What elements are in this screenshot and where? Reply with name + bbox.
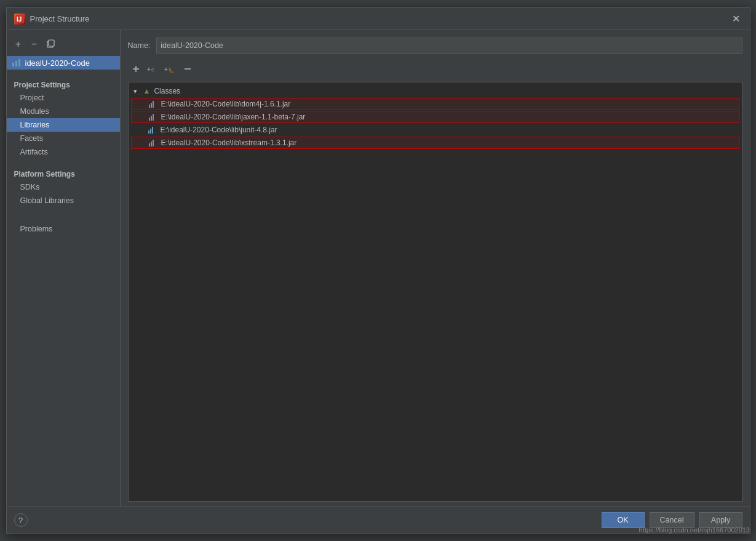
close-button[interactable]: ✕ (730, 13, 742, 25)
name-label: Name: (128, 41, 151, 50)
project-settings-header: Project Settings (7, 77, 120, 91)
bottom-left: ? (14, 513, 28, 527)
jar-icon (146, 126, 156, 134)
svg-rect-3 (49, 40, 54, 46)
tree-row[interactable]: E:\idealU-2020-Code\lib\junit-4.8.jar (129, 124, 742, 136)
classes-label: Classes (154, 87, 180, 95)
jar-icon (146, 100, 156, 108)
name-input[interactable] (156, 38, 742, 54)
jar-path-jaxen: E:\idealU-2020-Code\lib\jaxen-1.1-beta-7… (161, 113, 306, 121)
sidebar-toolbar: + − (7, 35, 120, 56)
app-icon: IJ (14, 14, 25, 25)
bottom-bar: ? OK Cancel Apply (7, 507, 750, 533)
svg-text:+: + (164, 66, 168, 73)
tree-row[interactable]: E:\idealU-2020-Code\lib\xstream-1.3.1.ja… (131, 137, 739, 149)
tree-root: ▾ ▲ Classes (129, 85, 742, 97)
ok-button[interactable]: OK (602, 512, 645, 528)
sidebar-remove-button[interactable]: − (28, 38, 41, 51)
sidebar: + − idealU-2020-Code (7, 30, 121, 507)
up-arrow-icon: ▲ (143, 87, 151, 95)
main-panel: Name: + c (121, 30, 750, 507)
tree-area[interactable]: ▾ ▲ Classes E:\idealU-2020-Code\lib\dom4… (128, 82, 742, 502)
sidebar-item-sdks[interactable]: SDKs (7, 180, 120, 194)
watermark: https://blog.csdn.net/mjh1667002013 (639, 526, 750, 534)
add-sources-button[interactable]: + s (162, 61, 178, 77)
svg-text:IJ: IJ (17, 16, 22, 23)
sidebar-item-artifacts[interactable]: Artifacts (7, 145, 120, 159)
dialog-title: Project Structure (30, 14, 90, 23)
tree-row[interactable]: E:\idealU-2020-Code\lib\jaxen-1.1-beta-7… (131, 111, 739, 123)
library-name: idealU-2020-Code (25, 58, 90, 68)
title-bar: IJ Project Structure ✕ (7, 8, 750, 30)
name-row: Name: (128, 35, 742, 54)
sidebar-item-facets[interactable]: Facets (7, 132, 120, 145)
remove-entry-button[interactable] (180, 61, 196, 77)
sidebar-item-project[interactable]: Project (7, 91, 120, 105)
sidebar-item-global-libraries[interactable]: Global Libraries (7, 194, 120, 207)
sidebar-item-modules[interactable]: Modules (7, 105, 120, 118)
selected-library-item[interactable]: idealU-2020-Code (7, 56, 120, 70)
project-structure-dialog: IJ Project Structure ✕ + − (6, 7, 750, 534)
sidebar-item-problems[interactable]: Problems (7, 222, 120, 236)
jar-path-junit: E:\idealU-2020-Code\lib\junit-4.8.jar (161, 126, 277, 134)
svg-text:c: c (151, 66, 154, 73)
library-icon (12, 58, 22, 68)
jar-path-dom4j: E:\idealU-2020-Code\lib\dom4j-1.6.1.jar (161, 100, 291, 108)
tree-row[interactable]: E:\idealU-2020-Code\lib\dom4j-1.6.1.jar (131, 98, 739, 110)
title-bar-left: IJ Project Structure (14, 14, 90, 25)
jar-path-xstream: E:\idealU-2020-Code\lib\xstream-1.3.1.ja… (161, 138, 297, 147)
platform-settings-header: Platform Settings (7, 166, 120, 180)
svg-text:+: + (147, 66, 151, 73)
sidebar-copy-button[interactable] (44, 38, 57, 51)
jar-icon (146, 113, 156, 121)
svg-text:s: s (169, 66, 172, 72)
jar-icon (146, 138, 156, 147)
content-area: + − idealU-2020-Code (7, 30, 750, 507)
sidebar-item-libraries[interactable]: Libraries (7, 118, 120, 132)
add-classes-button[interactable]: + c (145, 61, 161, 77)
add-entry-button[interactable] (128, 61, 144, 77)
tree-collapse-toggle[interactable]: ▾ (133, 87, 141, 95)
sidebar-add-button[interactable]: + (12, 38, 25, 51)
help-button[interactable]: ? (14, 513, 28, 527)
main-toolbar: + c + s (128, 61, 742, 77)
